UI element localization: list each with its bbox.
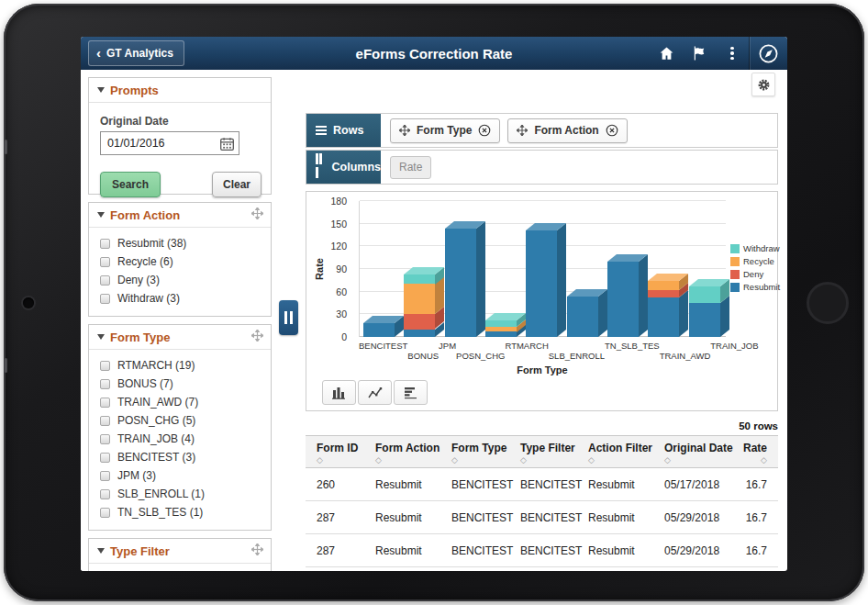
checkbox[interactable]: [100, 257, 110, 267]
checkbox[interactable]: [100, 416, 110, 426]
home-icon[interactable]: [650, 37, 683, 70]
filter-option: SLB_ENROLL (1): [89, 485, 271, 503]
bar-segment-withdraw[interactable]: [404, 274, 435, 285]
move-cross-icon[interactable]: [251, 329, 263, 345]
column-header[interactable]: Rate ◇: [740, 436, 778, 468]
x-axis-title: Form Type: [359, 364, 726, 375]
circled-x-icon[interactable]: [478, 124, 491, 137]
bar-segment-resubmit[interactable]: [445, 229, 476, 337]
column-header[interactable]: Form Type ◇: [440, 436, 509, 468]
bar-segment-resubmit[interactable]: [648, 297, 679, 337]
checkbox[interactable]: [100, 379, 110, 389]
flag-icon[interactable]: [683, 37, 716, 70]
bar-TN_SLB_TES[interactable]: [604, 201, 644, 337]
circled-x-icon[interactable]: [606, 124, 618, 137]
volume-button[interactable]: [5, 140, 7, 154]
prompts-panel: Prompts Original Date: [88, 77, 272, 195]
filter-option-label: RTMARCH (19): [117, 359, 195, 372]
checkbox[interactable]: [100, 239, 110, 249]
move-cross-icon[interactable]: [251, 543, 263, 559]
bar-segment-withdraw[interactable]: [689, 286, 720, 303]
bar-SLB_ENROLL[interactable]: [563, 201, 604, 337]
checkbox[interactable]: [100, 489, 110, 499]
chart-plot: [359, 201, 726, 337]
form-type-header[interactable]: Form Type: [89, 325, 271, 350]
bar-segment-deny[interactable]: [404, 314, 435, 329]
collapse-triangle-icon: [97, 334, 105, 340]
legend-item: Withdraw: [730, 243, 780, 253]
kebab-menu-icon[interactable]: [716, 37, 749, 70]
volume-button[interactable]: [5, 358, 7, 373]
bar-segment-recycle[interactable]: [648, 281, 679, 290]
collapse-triangle-icon: [97, 212, 105, 218]
bar-segment-recycle[interactable]: [485, 327, 517, 332]
checkbox[interactable]: [100, 453, 110, 463]
checkbox[interactable]: [100, 398, 110, 408]
home-hardware-button[interactable]: [807, 282, 849, 324]
back-label: GT Analytics: [106, 47, 173, 60]
table-row: 260 Resubmit BENCITEST BENCITEST Resubmi…: [306, 468, 778, 501]
checkbox[interactable]: [100, 294, 110, 304]
filter-option-label: Deny (3): [117, 274, 160, 286]
bar-JPM[interactable]: [441, 201, 482, 337]
bar-segment-resubmit[interactable]: [404, 330, 435, 337]
column-header[interactable]: Form ID ◇: [306, 436, 364, 468]
hbar-chart-button[interactable]: [394, 380, 428, 405]
row-count-label: 50 rows: [739, 420, 778, 431]
bar-segment-deny[interactable]: [648, 290, 679, 297]
bar-BENCITEST[interactable]: [360, 201, 400, 337]
bar-segment-resubmit[interactable]: [485, 331, 517, 337]
bar-POSN_CHG[interactable]: [482, 201, 522, 337]
checkbox[interactable]: [100, 275, 110, 286]
filter-option: TRAIN_JOB (4): [89, 430, 271, 448]
pivot-columns-bar: Columns Rate: [306, 150, 778, 185]
column-header[interactable]: Original Date ◇: [653, 436, 740, 468]
form-action-header[interactable]: Form Action: [89, 203, 271, 228]
checkbox[interactable]: [100, 471, 110, 481]
bar-BONUS[interactable]: [400, 201, 440, 337]
calendar-icon[interactable]: [219, 136, 235, 155]
legend-label: Recycle: [743, 256, 774, 266]
bar-segment-resubmit[interactable]: [526, 230, 557, 337]
pivot-row-chip[interactable]: Form Action: [507, 118, 627, 143]
app-header: ‹ GT Analytics eForms Correction Rate: [81, 37, 787, 70]
bar-segment-withdraw[interactable]: [485, 320, 517, 327]
checkbox[interactable]: [100, 434, 110, 444]
prompts-header[interactable]: Prompts: [89, 78, 271, 103]
sidebar-collapse-handle[interactable]: [279, 300, 298, 335]
checkbox[interactable]: [100, 361, 110, 371]
bar-TRAIN_JOB[interactable]: [685, 201, 726, 337]
bar-segment-resubmit[interactable]: [567, 297, 598, 337]
clear-button[interactable]: Clear: [212, 172, 262, 197]
search-button[interactable]: Search: [100, 172, 161, 197]
legend-swatch: [730, 257, 740, 266]
pivot-row-chip[interactable]: Form Type: [390, 118, 500, 143]
bar-TRAIN_AWD[interactable]: [644, 201, 684, 337]
original-date-input[interactable]: [101, 132, 209, 154]
chip-label: Form Type: [417, 124, 472, 137]
bar-RTMARCH[interactable]: [522, 201, 562, 337]
checkbox[interactable]: [100, 508, 110, 518]
pivot-column-chip[interactable]: Rate: [390, 156, 431, 179]
form-action-panel: Form Action Resubmit (38): [88, 202, 272, 317]
navbar-compass-icon[interactable]: [749, 37, 787, 70]
bar-segment-recycle[interactable]: [404, 284, 435, 314]
type-filter-header[interactable]: Type Filter: [89, 539, 271, 564]
chevron-left-icon: ‹: [96, 46, 101, 60]
filter-option: TRAIN_AWD (7): [89, 393, 271, 411]
form-action-options: Resubmit (38) Recycle (6) Deny (3): [89, 228, 271, 316]
line-chart-button[interactable]: [358, 380, 392, 405]
gear-icon[interactable]: [751, 73, 775, 96]
filter-option-label: TN_SLB_TES (1): [117, 506, 203, 519]
front-camera: [23, 297, 34, 308]
bar-segment-resubmit[interactable]: [363, 323, 395, 337]
bar-segment-resubmit[interactable]: [607, 262, 639, 337]
column-header[interactable]: Action Filter ◇: [577, 436, 653, 468]
column-header[interactable]: Type Filter ◇: [509, 436, 577, 468]
bar-segment-resubmit[interactable]: [689, 303, 720, 337]
move-cross-icon[interactable]: [251, 207, 263, 223]
back-button[interactable]: ‹ GT Analytics: [88, 40, 184, 66]
column-header[interactable]: Form Action ◇: [364, 436, 440, 468]
bar-chart-button[interactable]: [322, 380, 356, 405]
rows-icon: [316, 124, 327, 137]
